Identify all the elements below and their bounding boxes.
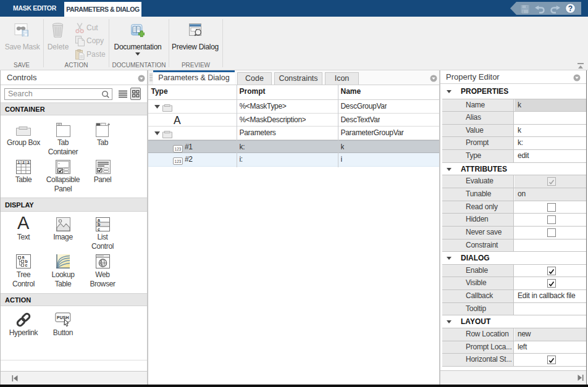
svg-text:PUSH: PUSH [57,315,69,320]
svg-text:c: c [25,263,28,267]
svg-text:123: 123 [175,159,182,164]
svg-text:3: 3 [27,160,29,164]
svg-text:b: b [98,222,100,227]
svg-text:1: 1 [18,160,20,164]
svg-text:?: ? [568,4,573,13]
svg-text:a: a [22,255,25,259]
svg-text:a: a [98,218,100,222]
svg-text:2: 2 [22,160,24,164]
svg-text:c: c [98,227,100,231]
svg-text:123: 123 [175,147,182,151]
